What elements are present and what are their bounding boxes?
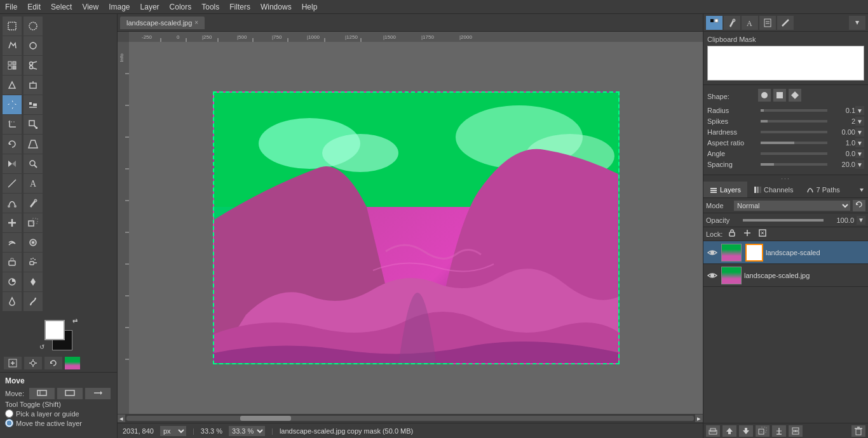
aspect-slider[interactable] bbox=[761, 142, 827, 144]
hardness-expand-btn[interactable]: ▼ bbox=[855, 128, 864, 136]
undo-btn[interactable] bbox=[44, 357, 62, 369]
by-color-select-tool[interactable] bbox=[3, 56, 22, 75]
opacity-expand-btn[interactable]: ▼ bbox=[857, 216, 865, 225]
menu-tools[interactable]: Tools bbox=[196, 1, 224, 13]
rotate-tool[interactable] bbox=[3, 135, 22, 154]
paint-tool[interactable] bbox=[24, 194, 43, 213]
angle-expand-btn[interactable]: ▼ bbox=[855, 149, 864, 158]
convolve-tool[interactable] bbox=[24, 233, 43, 252]
image-tab[interactable]: landscape-scaled.jpg × bbox=[120, 17, 205, 29]
zoom-tool[interactable] bbox=[24, 154, 43, 173]
lock-pixels-btn[interactable] bbox=[726, 229, 738, 240]
stroke-panel-icon[interactable] bbox=[777, 16, 794, 30]
foreground-color-swatch[interactable] bbox=[44, 320, 65, 340]
spacing-expand-btn[interactable]: ▼ bbox=[855, 160, 864, 169]
square-shape-btn[interactable] bbox=[773, 89, 786, 102]
crop-tool[interactable] bbox=[3, 115, 22, 134]
zoom-select[interactable]: 33.3 % 50% 100% bbox=[229, 426, 265, 436]
tab-close-btn[interactable]: × bbox=[194, 19, 198, 26]
fuzzy-select-tool[interactable] bbox=[24, 36, 43, 55]
menu-view[interactable]: View bbox=[77, 1, 104, 13]
scroll-left-btn[interactable]: ◂ bbox=[118, 415, 125, 422]
clone-tool[interactable] bbox=[24, 213, 43, 232]
active-layer-radio[interactable] bbox=[5, 419, 13, 427]
font-panel-icon[interactable]: A bbox=[742, 16, 758, 30]
ellipse-select-tool[interactable] bbox=[24, 17, 43, 36]
airbrush-tool[interactable] bbox=[24, 253, 43, 272]
color-panel-icon[interactable] bbox=[706, 16, 722, 30]
radius-expand-btn[interactable]: ▼ bbox=[855, 106, 864, 115]
active-layer-option[interactable]: Move the active layer bbox=[5, 419, 112, 427]
menu-layer[interactable]: Layer bbox=[135, 1, 165, 13]
new-image-btn[interactable] bbox=[4, 357, 22, 369]
eraser-tool[interactable] bbox=[3, 253, 22, 272]
duplicate-layer-btn[interactable] bbox=[756, 425, 770, 437]
spikes-expand-btn[interactable]: ▼ bbox=[855, 117, 864, 126]
free-select-tool[interactable] bbox=[3, 36, 22, 55]
tab-channels[interactable]: Channels bbox=[747, 182, 799, 197]
layer-visibility-btn-1[interactable] bbox=[706, 269, 719, 282]
tab-paths[interactable]: 7 Paths bbox=[800, 182, 846, 197]
foreground-select-tool[interactable] bbox=[3, 76, 22, 95]
config-btn[interactable] bbox=[24, 357, 42, 369]
panel-expand-btn[interactable] bbox=[849, 16, 865, 30]
bucket-fill-tool[interactable] bbox=[3, 292, 22, 311]
menu-file[interactable]: File bbox=[0, 1, 22, 13]
pick-layer-radio[interactable] bbox=[5, 409, 13, 418]
move-option-btn2[interactable] bbox=[57, 388, 83, 399]
angle-slider[interactable] bbox=[761, 152, 827, 155]
menu-windows[interactable]: Windows bbox=[255, 1, 297, 13]
layer-visibility-btn-0[interactable] bbox=[706, 246, 719, 259]
opacity-slider[interactable] bbox=[743, 219, 824, 222]
move-option-btn1[interactable] bbox=[29, 388, 55, 399]
layers-tab-menu-btn[interactable] bbox=[855, 182, 868, 197]
spikes-slider[interactable] bbox=[761, 120, 827, 123]
move-layer-up-btn[interactable] bbox=[722, 425, 736, 437]
menu-filters[interactable]: Filters bbox=[224, 1, 255, 13]
scale-tool[interactable] bbox=[24, 115, 43, 134]
dodge-burn-tool[interactable] bbox=[3, 272, 22, 291]
scroll-track-h[interactable] bbox=[126, 416, 694, 421]
mypaint-tool[interactable] bbox=[24, 292, 43, 311]
reset-colors-icon[interactable]: ↺ bbox=[39, 343, 44, 350]
anchor-layer-btn[interactable] bbox=[772, 425, 786, 437]
move-tool[interactable] bbox=[3, 95, 22, 114]
lock-all-btn[interactable] bbox=[757, 229, 768, 240]
image-btn[interactable] bbox=[65, 357, 80, 369]
mode-select[interactable]: Normal Multiply Screen Overlay Darken Li… bbox=[734, 201, 850, 211]
hardness-slider[interactable] bbox=[761, 131, 827, 133]
mode-refresh-btn[interactable] bbox=[853, 200, 865, 211]
document-panel-icon[interactable] bbox=[759, 16, 776, 30]
menu-help[interactable]: Help bbox=[297, 1, 323, 13]
merge-layers-btn[interactable] bbox=[789, 425, 803, 437]
swap-colors-icon[interactable]: ⇄ bbox=[72, 317, 78, 324]
brushes-panel-icon[interactable] bbox=[724, 16, 740, 30]
circle-shape-btn[interactable] bbox=[758, 89, 771, 102]
horizontal-scrollbar[interactable]: ◂ ▸ bbox=[118, 414, 703, 423]
measure-tool[interactable] bbox=[3, 174, 22, 193]
smudge-tool[interactable] bbox=[3, 233, 22, 252]
move-option-btn3[interactable] bbox=[85, 388, 111, 399]
align-tool[interactable] bbox=[24, 95, 43, 114]
diamond-shape-btn[interactable] bbox=[789, 89, 801, 102]
scroll-thumb-h[interactable] bbox=[240, 416, 291, 421]
move-layer-down-btn[interactable] bbox=[739, 425, 753, 437]
text-tool[interactable]: A bbox=[24, 174, 43, 193]
lock-position-btn[interactable] bbox=[742, 229, 753, 240]
canvas-image[interactable] bbox=[213, 91, 620, 364]
paint-bucket-tool[interactable] bbox=[24, 76, 43, 95]
flip-tool[interactable] bbox=[3, 154, 22, 173]
spacing-slider[interactable] bbox=[761, 163, 827, 166]
radius-slider[interactable] bbox=[761, 109, 827, 112]
aspect-expand-btn[interactable]: ▼ bbox=[855, 138, 864, 147]
path-tool[interactable] bbox=[3, 194, 22, 213]
canvas-inner[interactable] bbox=[129, 42, 703, 414]
pick-layer-option[interactable]: Pick a layer or guide bbox=[5, 409, 112, 418]
ink-tool[interactable] bbox=[24, 272, 43, 291]
perspective-tool[interactable] bbox=[24, 135, 43, 154]
menu-select[interactable]: Select bbox=[46, 1, 77, 13]
layer-item-1[interactable]: landscape-scaled.jpg bbox=[703, 264, 868, 287]
layer-item-0[interactable]: landscape-scaled bbox=[703, 241, 868, 264]
menu-colors[interactable]: Colors bbox=[165, 1, 197, 13]
scroll-right-btn[interactable]: ▸ bbox=[695, 415, 703, 422]
